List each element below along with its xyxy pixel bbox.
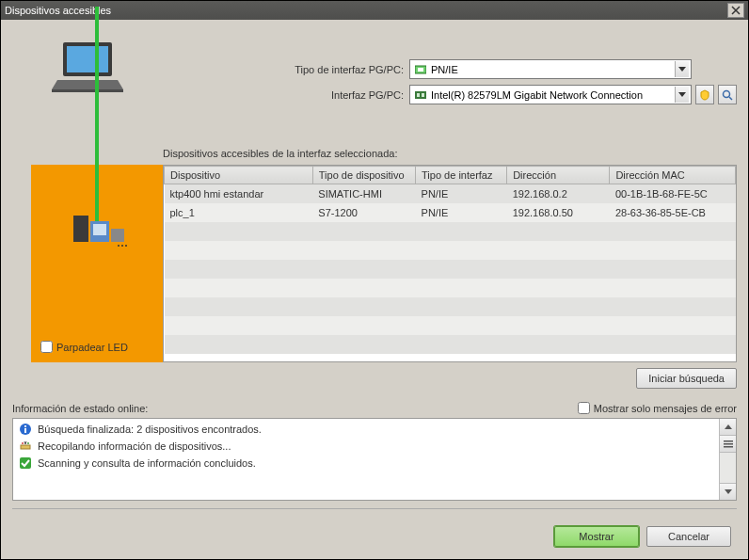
divider xyxy=(12,508,737,509)
status-scrollbar[interactable] xyxy=(719,419,736,500)
svg-point-8 xyxy=(724,90,730,97)
table-row-empty xyxy=(165,335,736,354)
flash-led-input[interactable] xyxy=(40,341,53,353)
scroll-menu-button[interactable] xyxy=(720,436,736,453)
table-cell: PN/IE xyxy=(416,184,507,203)
interface-label: Interfaz PG/PC: xyxy=(331,89,404,101)
start-search-button[interactable]: Iniciar búsqueda xyxy=(636,368,737,389)
table-cell: SIMATIC-HMI xyxy=(312,184,415,203)
table-header-row: Dispositivo Tipo de dispositivo Tipo de … xyxy=(165,167,736,184)
svg-line-9 xyxy=(729,97,732,100)
col-mac[interactable]: Dirección MAC xyxy=(610,167,736,184)
magnifier-icon xyxy=(722,89,733,101)
svg-rect-5 xyxy=(415,91,426,99)
errors-only-input[interactable] xyxy=(578,402,590,414)
chevron-down-icon xyxy=(675,61,689,77)
status-text: Búsqueda finalizada: 2 dispositivos enco… xyxy=(38,424,262,435)
table-cell: 28-63-36-85-5E-CB xyxy=(610,203,736,222)
svg-rect-18 xyxy=(24,428,26,433)
svg-rect-26 xyxy=(724,446,733,448)
errors-only-checkbox[interactable]: Mostrar solo mensajes de error xyxy=(578,402,737,414)
table-caption: Dispositivos accesibles de la interfaz s… xyxy=(163,148,737,159)
svg-point-22 xyxy=(27,442,29,444)
interface-type-label: Tipo de interfaz PG/PC: xyxy=(295,64,404,75)
svg-rect-13 xyxy=(111,229,124,242)
interface-type-select[interactable]: PN/IE xyxy=(409,59,692,79)
svg-rect-23 xyxy=(20,457,31,469)
svg-rect-24 xyxy=(724,440,733,442)
svg-rect-10 xyxy=(73,216,88,242)
status-box: Búsqueda finalizada: 2 dispositivos enco… xyxy=(12,418,737,501)
status-line: Recopilando información de dispositivos.… xyxy=(19,440,713,453)
info-icon xyxy=(19,423,32,436)
table-row-empty xyxy=(165,316,736,335)
chevron-down-icon xyxy=(675,87,689,103)
flash-led-label: Parpadear LED xyxy=(56,342,128,353)
table-row-empty xyxy=(165,241,736,260)
col-device[interactable]: Dispositivo xyxy=(165,167,313,184)
topology-panel: Parpadear LED xyxy=(31,165,163,362)
svg-point-15 xyxy=(121,245,123,247)
chevron-down-icon xyxy=(725,489,732,494)
svg-rect-12 xyxy=(93,224,106,235)
svg-rect-25 xyxy=(724,443,733,445)
svg-point-14 xyxy=(118,245,120,247)
dialog-content: Tipo de interfaz PG/PC: PN/IE Interfaz P… xyxy=(1,20,748,558)
table-row-empty xyxy=(165,297,736,316)
svg-point-21 xyxy=(22,442,24,444)
close-button[interactable] xyxy=(727,3,744,18)
svg-rect-19 xyxy=(24,425,26,427)
table-cell: ktp400 hmi estandar xyxy=(165,184,313,203)
configure-interface-button[interactable] xyxy=(718,85,737,104)
scroll-up-button[interactable] xyxy=(720,419,736,436)
table-cell: PN/IE xyxy=(416,203,507,222)
shield-icon xyxy=(699,89,710,101)
svg-rect-4 xyxy=(418,68,423,72)
topology-column xyxy=(12,31,163,110)
table-cell: plc_1 xyxy=(165,203,313,222)
ok-icon xyxy=(19,456,32,470)
interface-select[interactable]: Intel(R) 82579LM Gigabit Network Connect… xyxy=(409,85,692,104)
col-devtype[interactable]: Tipo de dispositivo xyxy=(312,167,415,184)
table-row-empty xyxy=(165,279,736,297)
interface-type-value: PN/IE xyxy=(431,64,675,75)
col-iftype[interactable]: Tipo de interfaz xyxy=(416,167,507,184)
status-list: Búsqueda finalizada: 2 dispositivos enco… xyxy=(13,419,719,500)
interface-value: Intel(R) 82579LM Gigabit Network Connect… xyxy=(431,89,675,101)
col-addr[interactable]: Dirección xyxy=(507,167,610,184)
svg-rect-6 xyxy=(417,93,420,97)
table-row[interactable]: ktp400 hmi estandarSIMATIC-HMIPN/IE192.1… xyxy=(165,184,736,203)
status-text: Scanning y consulta de información concl… xyxy=(38,457,256,469)
table-row-empty xyxy=(165,260,736,279)
flash-led-checkbox[interactable]: Parpadear LED xyxy=(40,341,128,353)
status-text: Recopilando información de dispositivos.… xyxy=(38,440,231,452)
table-cell: S7-1200 xyxy=(312,203,415,222)
status-header-label: Información de estado online: xyxy=(12,403,148,414)
errors-only-label: Mostrar solo mensajes de error xyxy=(594,403,737,414)
nic-icon xyxy=(414,88,427,102)
show-button[interactable]: Mostrar xyxy=(554,526,639,547)
chevron-up-icon xyxy=(725,424,732,429)
network-line xyxy=(95,7,99,221)
laptop-icon xyxy=(50,39,125,97)
device-group-icon xyxy=(64,212,130,251)
work-icon xyxy=(19,440,32,453)
table-row[interactable]: plc_1S7-1200PN/IE192.168.0.5028-63-36-85… xyxy=(165,203,736,222)
menu-icon xyxy=(724,440,733,448)
refresh-interface-button[interactable] xyxy=(695,85,714,104)
scroll-track[interactable] xyxy=(720,453,736,483)
table-cell: 192.168.0.2 xyxy=(507,184,610,203)
svg-rect-20 xyxy=(21,445,30,449)
cancel-button[interactable]: Cancelar xyxy=(646,526,731,547)
title-bar: Dispositivos accesibles xyxy=(1,1,748,20)
pnie-icon xyxy=(414,63,427,76)
device-table: Dispositivo Tipo de dispositivo Tipo de … xyxy=(163,165,737,362)
table-row-empty xyxy=(165,222,736,241)
close-icon xyxy=(731,6,741,15)
status-line: Búsqueda finalizada: 2 dispositivos enco… xyxy=(19,423,713,436)
svg-rect-7 xyxy=(422,93,424,97)
table-cell: 00-1B-1B-68-FE-5C xyxy=(610,184,736,203)
interface-selection: Tipo de interfaz PG/PC: PN/IE Interfaz P… xyxy=(163,31,737,110)
footer: Mostrar Cancelar xyxy=(12,526,737,547)
scroll-down-button[interactable] xyxy=(720,483,736,500)
